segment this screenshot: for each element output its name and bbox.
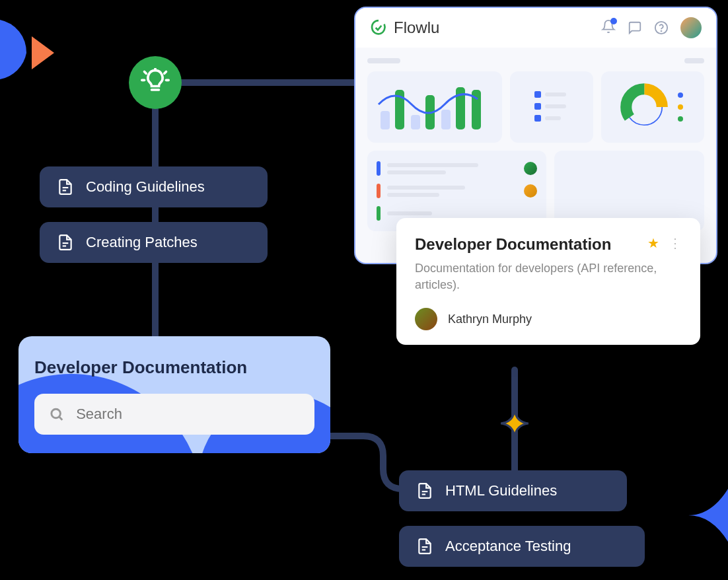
- donut-chart-icon: [620, 83, 668, 131]
- svg-rect-18: [411, 115, 420, 129]
- legend-dots-icon: [676, 91, 685, 123]
- svg-point-32: [634, 97, 654, 118]
- svg-point-15: [661, 31, 662, 32]
- search-icon: [49, 406, 64, 423]
- more-menu-icon[interactable]: ⋮: [669, 236, 682, 250]
- notification-dot: [610, 18, 617, 24]
- bar-line-chart-icon: [375, 81, 494, 133]
- node-coding-guidelines[interactable]: Coding Guidelines: [40, 166, 268, 207]
- brand-logo-icon: [370, 19, 387, 36]
- brand-name: Flowlu: [394, 18, 439, 37]
- decorative-shape-topleft: [0, 13, 66, 79]
- node-label: Coding Guidelines: [86, 178, 205, 196]
- node-label: Acceptance Testing: [445, 538, 571, 555]
- doc-author: Kathryn Murphy: [415, 308, 682, 330]
- document-icon: [57, 178, 74, 196]
- widget-list[interactable]: [510, 71, 593, 143]
- svg-rect-27: [534, 115, 541, 122]
- node-html-guidelines[interactable]: HTML Guidelines: [399, 470, 627, 511]
- assignee-avatar: [524, 162, 537, 175]
- help-icon[interactable]: [654, 20, 669, 35]
- search-card-title: Developer Documentation: [34, 357, 314, 378]
- author-avatar: [415, 308, 437, 330]
- widget-chart[interactable]: [367, 71, 502, 143]
- doc-card-title: Developer Documentation: [415, 235, 611, 254]
- task-row: [377, 161, 537, 176]
- svg-rect-28: [545, 116, 561, 120]
- document-icon: [57, 234, 74, 251]
- dashboard-header: Flowlu: [355, 8, 716, 48]
- svg-point-33: [678, 92, 683, 98]
- node-label: Creating Patches: [86, 234, 198, 251]
- svg-point-35: [678, 116, 683, 122]
- assignee-avatar: [524, 184, 537, 198]
- svg-point-34: [678, 104, 683, 110]
- decorative-shape-right: [688, 489, 728, 542]
- svg-line-4: [145, 72, 147, 74]
- document-icon: [416, 482, 433, 499]
- svg-rect-24: [545, 92, 566, 96]
- svg-rect-26: [545, 104, 566, 108]
- node-creating-patches[interactable]: Creating Patches: [40, 222, 268, 263]
- author-name: Kathryn Murphy: [448, 312, 532, 326]
- documentation-card[interactable]: Developer Documentation ★ ⋮ Documentatio…: [396, 218, 700, 345]
- node-label: HTML Guidelines: [445, 482, 557, 499]
- brand: Flowlu: [370, 18, 439, 37]
- task-row: [377, 184, 537, 198]
- node-acceptance-testing[interactable]: Acceptance Testing: [399, 526, 645, 567]
- doc-card-description: Documentation for developers (API refere…: [415, 260, 682, 293]
- lightbulb-icon: [141, 68, 170, 97]
- user-avatar[interactable]: [680, 17, 702, 38]
- svg-rect-16: [381, 111, 390, 129]
- svg-rect-23: [534, 91, 541, 98]
- idea-node: [129, 56, 182, 109]
- sparkle-decoration: [501, 410, 528, 437]
- search-documentation-card: Developer Documentation: [18, 336, 330, 453]
- svg-rect-20: [441, 110, 451, 129]
- widget-donut[interactable]: [601, 71, 704, 143]
- document-icon: [416, 538, 433, 555]
- notifications-button[interactable]: [601, 19, 616, 36]
- svg-point-12: [52, 409, 61, 418]
- star-icon[interactable]: ★: [647, 236, 659, 250]
- list-icon: [532, 87, 571, 127]
- search-field[interactable]: [34, 394, 314, 435]
- chat-icon[interactable]: [628, 20, 642, 35]
- search-input[interactable]: [76, 406, 300, 423]
- svg-line-5: [164, 72, 166, 74]
- svg-line-13: [59, 417, 62, 419]
- svg-rect-25: [534, 103, 541, 110]
- breadcrumb-placeholder: [367, 58, 704, 63]
